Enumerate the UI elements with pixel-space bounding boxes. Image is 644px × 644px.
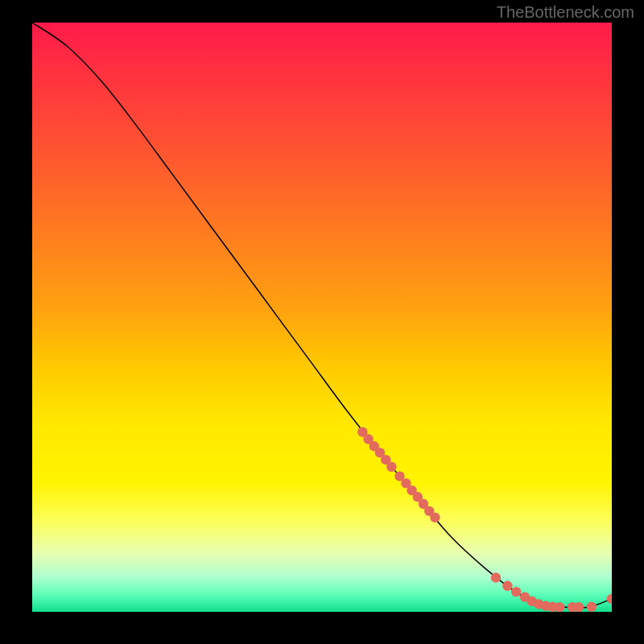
bottleneck-curve-line bbox=[32, 23, 612, 608]
curve-overlay bbox=[32, 23, 612, 612]
data-markers bbox=[357, 427, 612, 612]
data-marker bbox=[491, 572, 501, 582]
data-marker bbox=[587, 602, 597, 612]
data-marker bbox=[511, 587, 521, 597]
chart-container: TheBottleneck.com bbox=[0, 0, 644, 644]
data-marker bbox=[430, 513, 440, 522]
data-marker bbox=[502, 581, 512, 591]
data-marker bbox=[555, 602, 564, 612]
data-marker bbox=[386, 462, 396, 472]
data-marker bbox=[574, 602, 584, 612]
plot-area bbox=[32, 23, 612, 612]
data-marker bbox=[607, 594, 612, 604]
watermark-text: TheBottleneck.com bbox=[497, 3, 634, 22]
